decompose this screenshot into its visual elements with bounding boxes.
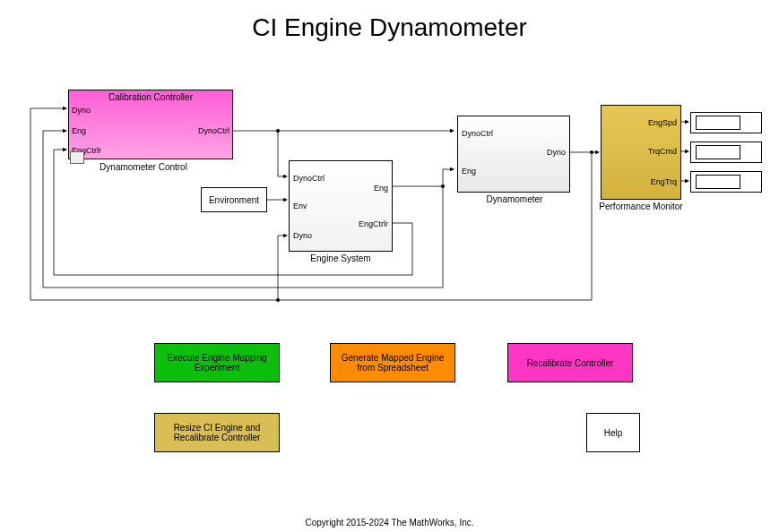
port-eng: Eng	[72, 126, 86, 135]
port-dyno-in: Dyno	[293, 231, 312, 240]
model-ref-icon	[70, 151, 84, 164]
port-eng-out: Eng	[374, 184, 388, 193]
block-label-dyno-control: Dynamometer Control	[99, 162, 188, 172]
block-label-engine-system: Engine System	[296, 253, 385, 263]
display-trqcmd[interactable]	[690, 142, 762, 163]
dynamometer-block[interactable]: DynoCtrl Eng Dyno	[457, 116, 570, 193]
resize-engine-button[interactable]: Resize CI Engine and Recalibrate Control…	[154, 413, 280, 452]
port-dynoctrl-in2: DynoCtrl	[462, 129, 493, 138]
performance-monitor-block[interactable]: EngSpd TrqCmd EngTrq	[601, 105, 681, 200]
port-eng-in: Eng	[462, 167, 476, 176]
generate-mapped-button[interactable]: Generate Mapped Engine from Spreadsheet	[330, 343, 455, 382]
svg-point-0	[276, 129, 280, 133]
environment-block[interactable]: Environment	[201, 187, 267, 212]
block-header: Calibration Controller	[69, 92, 232, 102]
port-engtrq: EngTrq	[651, 177, 677, 186]
port-env: Env	[293, 202, 307, 210]
block-label-perf-monitor: Performance Monitor	[596, 202, 686, 211]
port-engctrlr-out: EngCtrlr	[359, 219, 388, 228]
svg-point-1	[441, 184, 445, 188]
calibration-controller-block[interactable]: Calibration Controller Dyno Eng EngCtrlr…	[68, 90, 233, 159]
environment-label: Environment	[209, 195, 259, 205]
port-dynoctrl-in: DynoCtrl	[293, 174, 325, 183]
svg-point-3	[590, 150, 593, 154]
display-engtrq[interactable]	[690, 171, 762, 193]
port-dyno: Dyno	[72, 106, 91, 115]
copyright-text: Copyright 2015-2024 The MathWorks, Inc.	[0, 518, 779, 528]
port-dyno-out: Dyno	[547, 148, 566, 157]
recalibrate-button[interactable]: Recalibrate Controller	[507, 343, 633, 382]
help-button[interactable]: Help	[586, 413, 640, 452]
block-label-dynamometer: Dynamometer	[479, 194, 550, 204]
svg-point-2	[276, 298, 280, 302]
display-engspd[interactable]	[690, 112, 762, 133]
execute-mapping-button[interactable]: Execute Engine Mapping Experiment	[154, 343, 280, 382]
page-title: CI Engine Dynamometer	[0, 13, 779, 42]
port-engspd: EngSpd	[648, 118, 677, 127]
port-trqcmd: TrqCmd	[648, 147, 677, 156]
engine-system-block[interactable]: DynoCtrl Env Dyno Eng EngCtrlr	[289, 160, 393, 252]
port-dynoctrl: DynoCtrl	[198, 126, 229, 135]
